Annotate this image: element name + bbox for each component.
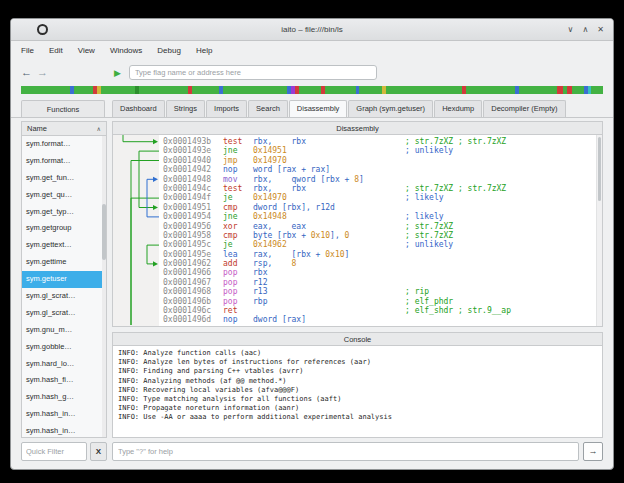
forward-icon[interactable]: →	[37, 67, 48, 78]
titlebar[interactable]: iaito – file:///bin/ls ∨ ∧ ✕	[11, 19, 613, 41]
tab-graph-sym-getuser[interactable]: Graph (sym.getuser)	[348, 100, 433, 117]
instruction-mnemonic: add	[223, 259, 253, 268]
instruction-address: 0x00014966	[159, 268, 223, 277]
function-item[interactable]: sym.format…	[22, 136, 106, 153]
disassembly-row[interactable]: 0x0001494fje0x14970; likely	[159, 193, 602, 202]
disassembly-row[interactable]: 0x00014942nopword [rax + rax]	[159, 165, 602, 174]
disassembly-row[interactable]: 0x00014956xoreax, eax; str.7zXZ	[159, 222, 602, 231]
function-item[interactable]: sym.hash_in…	[22, 423, 106, 438]
tab-decompiler-empty[interactable]: Decompiler (Empty)	[483, 100, 565, 117]
menu-windows[interactable]: Windows	[110, 46, 142, 55]
function-item[interactable]: sym.gnu_m…	[22, 322, 106, 339]
instruction-mnemonic: jmp	[223, 156, 253, 165]
memstrip-segment	[519, 86, 557, 94]
disassembly-row[interactable]: 0x0001496cret; elf_shdr ; str.9__ap	[159, 306, 602, 315]
console-panel-title[interactable]: Console	[112, 332, 603, 346]
console-line: INFO: Type matching analysis for all fun…	[118, 395, 597, 404]
memstrip-segment	[192, 86, 219, 94]
disassembly-row[interactable]: 0x00014967popr12	[159, 278, 602, 287]
console-send-button[interactable]: →	[583, 442, 603, 461]
functions-scrollbar[interactable]	[102, 136, 106, 437]
quick-filter-clear-button[interactable]: X	[90, 442, 107, 461]
memstrip-segment	[139, 86, 188, 94]
function-item[interactable]: sym.hash_fi…	[22, 372, 106, 389]
address-search-input[interactable]	[129, 65, 377, 80]
memstrip-segment	[325, 86, 355, 94]
instruction-operand: 0	[345, 231, 350, 240]
function-item[interactable]: sym.gobble…	[22, 339, 106, 356]
instruction-address: 0x00014951	[159, 203, 223, 212]
memstrip-segment	[466, 86, 515, 94]
disassembly-row[interactable]: 0x00014962addrsp, 8	[159, 259, 602, 268]
disassembly-panel-title[interactable]: Disassembly	[112, 121, 603, 135]
function-item[interactable]: sym.hard_lo…	[22, 356, 106, 373]
function-item[interactable]: sym.getgroup	[22, 220, 106, 237]
function-item[interactable]: sym.gl_scrat…	[22, 288, 106, 305]
window-controls: ∨ ∧ ✕	[568, 19, 604, 40]
play-icon[interactable]: ▶	[114, 68, 121, 78]
menubar: FileEditViewWindowsDebugHelp	[11, 41, 613, 60]
function-item[interactable]: sym.gettime	[22, 254, 106, 271]
disassembly-row[interactable]: 0x0001495cje0x14962; unlikely	[159, 240, 602, 249]
disassembly-view: 0x0001493btestrbx, rbx; str.7zXZ ; str.7…	[112, 135, 603, 327]
disassembly-row[interactable]: 0x0001494ctestrbx, rbx; str.7zXZ ; str.7…	[159, 184, 602, 193]
tab-imports[interactable]: Imports	[206, 100, 247, 117]
function-item[interactable]: sym.getuser	[22, 271, 106, 288]
instruction-operand: eax, eax	[253, 222, 306, 231]
memstrip-segment	[359, 86, 382, 94]
instruction-mnemonic: cmp	[223, 231, 253, 240]
disassembly-row[interactable]: 0x00014951cmpdword [rbx], r12d	[159, 203, 602, 212]
disassembly-row[interactable]: 0x0001493ejne0x14951; unlikely	[159, 146, 602, 155]
disassembly-row[interactable]: 0x0001496bpoprbp; elf_phdr	[159, 297, 602, 306]
close-button[interactable]: ✕	[597, 25, 604, 34]
function-item[interactable]: sym.gl_scrat…	[22, 305, 106, 322]
quick-filter-input[interactable]	[21, 442, 87, 461]
disassembly-row[interactable]: 0x00014958cmpbyte [rbx + 0x10], 0; str.7…	[159, 231, 602, 240]
scrollbar-handle[interactable]	[102, 204, 106, 260]
back-icon[interactable]: ←	[21, 67, 32, 78]
disassembly-row[interactable]: 0x0001496dnopdword [rax]	[159, 315, 602, 324]
disassembly-row[interactable]: 0x0001493btestrbx, rbx; str.7zXZ ; str.7…	[159, 137, 602, 146]
functions-column-header[interactable]: Name ∧	[21, 121, 107, 136]
menu-view[interactable]: View	[78, 46, 95, 55]
function-item[interactable]: sym.get_fun…	[22, 170, 106, 187]
tab-disassembly[interactable]: Disassembly	[289, 100, 348, 117]
tab-strings[interactable]: Strings	[166, 100, 205, 117]
tab-search[interactable]: Search	[248, 100, 288, 117]
instruction-address: 0x00014962	[159, 259, 223, 268]
menu-debug[interactable]: Debug	[157, 46, 181, 55]
disassembly-row[interactable]: 0x00014966poprbx	[159, 268, 602, 277]
function-item[interactable]: sym.get_typ…	[22, 204, 106, 221]
tab-dashboard[interactable]: Dashboard	[112, 100, 165, 117]
view-tabs: DashboardStringsImportsSearchDisassembly…	[112, 100, 567, 117]
function-item[interactable]: sym.get_qu…	[22, 187, 106, 204]
instruction-comment: ; str.7zXZ	[405, 222, 453, 231]
disassembly-row[interactable]: 0x00014968popr13; rip	[159, 287, 602, 296]
instruction-address: 0x00014968	[159, 287, 223, 296]
memory-map-strip[interactable]	[21, 86, 603, 94]
tab-hexdump[interactable]: Hexdump	[434, 100, 482, 117]
functions-dock-tab[interactable]: Functions	[21, 100, 105, 117]
menu-help[interactable]: Help	[196, 46, 212, 55]
function-item[interactable]: sym.format…	[22, 153, 106, 170]
function-item[interactable]: sym.hash_in…	[22, 406, 106, 423]
disassembly-row[interactable]: 0x00014954jne0x14948; likely	[159, 212, 602, 221]
disassembly-scrollbar[interactable]	[596, 135, 602, 326]
menu-file[interactable]: File	[21, 46, 34, 55]
instruction-address: 0x0001493b	[159, 137, 223, 146]
instruction-operand: byte [rbx +	[253, 231, 311, 240]
function-item[interactable]: sym.hash_g…	[22, 389, 106, 406]
menu-edit[interactable]: Edit	[49, 46, 63, 55]
maximize-button[interactable]: ∧	[582, 25, 588, 34]
function-item[interactable]: sym.gettext…	[22, 237, 106, 254]
console-input[interactable]	[112, 442, 579, 461]
disassembly-row[interactable]: 0x00014948movrbx, qword [rbx + 8]	[159, 175, 602, 184]
instruction-operand: dword [rax]	[253, 315, 306, 324]
instruction-address: 0x0001496d	[159, 315, 223, 324]
scrollbar-handle[interactable]	[598, 137, 601, 201]
console-input-row: →	[112, 442, 603, 461]
console-line: INFO: Propagate noreturn information (aa…	[118, 404, 597, 413]
disassembly-row[interactable]: 0x0001495elearax, [rbx + 0x10]	[159, 250, 602, 259]
minimize-button[interactable]: ∨	[568, 25, 574, 34]
disassembly-row[interactable]: 0x00014940jmp0x14970	[159, 156, 602, 165]
